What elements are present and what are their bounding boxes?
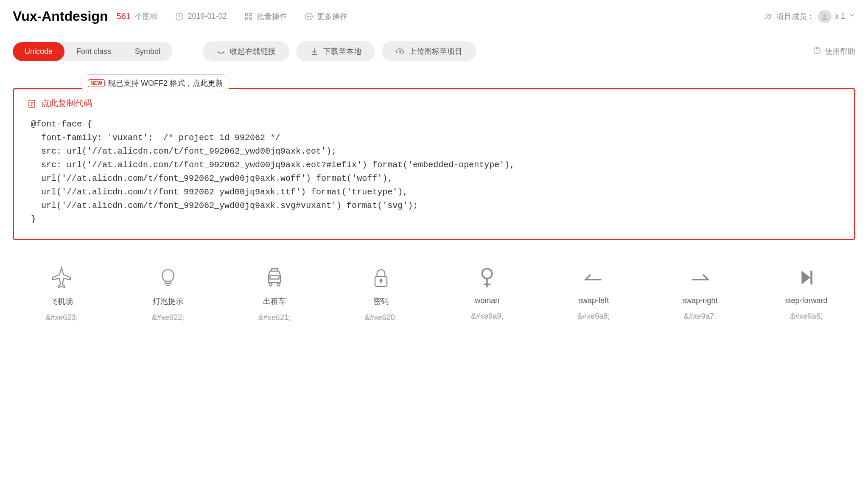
icon-item-lock[interactable]: 密码 &#xe620; [332, 266, 430, 322]
svg-point-21 [482, 269, 492, 278]
icon-code: &#xe620; [365, 313, 397, 322]
icon-code: &#xe622; [152, 313, 184, 322]
tab-fontclass[interactable]: Font class [64, 42, 123, 61]
eye-closed-icon [216, 47, 226, 56]
svg-rect-16 [270, 275, 279, 279]
help-link[interactable]: 使用帮助 [813, 46, 855, 57]
copy-icon [27, 98, 37, 109]
svg-rect-1 [245, 13, 248, 16]
icon-label: step-forward [785, 296, 828, 305]
tab-group: Unicode Font class Symbol [13, 42, 172, 61]
svg-point-6 [307, 16, 307, 17]
download-icon [310, 47, 319, 56]
cloud-upload-icon [395, 47, 405, 56]
icon-label: woman [475, 296, 499, 305]
svg-rect-22 [810, 271, 812, 285]
icon-code: &#xe9a6; [790, 312, 823, 321]
icon-label: 密码 [373, 296, 389, 306]
clock-icon [175, 12, 184, 21]
icon-item-bulb[interactable]: 灯泡提示 &#xe622; [119, 266, 217, 322]
more-icon [304, 12, 314, 21]
batch-action[interactable]: 批量操作 [244, 11, 287, 22]
download-button[interactable]: 下载至本地 [296, 41, 375, 62]
woff2-banner[interactable]: NEW 现已支持 WOFF2 格式，点此更新 [81, 74, 230, 92]
icon-label: swap-right [682, 296, 717, 305]
code-panel: 点此复制代码 @font-face { font-family: 'vuxant… [13, 88, 855, 240]
woman-icon [475, 266, 499, 289]
icon-grid: 飞机场 &#xe623; 灯泡提示 &#xe622; 出租车 &#xe621; … [13, 266, 855, 322]
icon-count-wrap: 561 个图标 [117, 11, 158, 22]
icon-label: 出租车 [263, 296, 286, 306]
icon-item-woman[interactable]: woman &#xe9a9; [438, 266, 536, 322]
icon-code: &#xe9a9; [471, 312, 503, 321]
svg-rect-3 [245, 17, 248, 20]
more-action[interactable]: 更多操作 [304, 11, 347, 22]
members[interactable]: 项目成员： x 1 [764, 10, 855, 23]
copy-code-link[interactable]: 点此复制代码 [27, 98, 841, 109]
svg-rect-4 [249, 17, 252, 20]
svg-point-7 [308, 16, 309, 17]
lock-icon [369, 266, 393, 289]
icon-code: &#xe9a7; [684, 312, 716, 321]
icon-label: swap-left [578, 296, 609, 305]
svg-point-8 [310, 16, 310, 17]
svg-point-18 [277, 283, 280, 286]
icon-item-swap-right[interactable]: swap-right &#xe9a7; [651, 266, 749, 322]
upload-button[interactable]: 上传图标至项目 [382, 41, 476, 62]
help-icon [813, 46, 821, 57]
date-display: 2019-01-02 [175, 12, 227, 21]
tab-unicode[interactable]: Unicode [13, 42, 64, 61]
swap-left-icon [582, 266, 605, 289]
controls-row: Unicode Font class Symbol 收起在线链接 下载至本地 上… [13, 41, 855, 62]
people-icon [764, 12, 773, 21]
taxi-icon [263, 266, 286, 289]
banner-wrap: NEW 现已支持 WOFF2 格式，点此更新 [81, 74, 855, 92]
swap-right-icon [688, 266, 712, 289]
icon-item-airport[interactable]: 飞机场 &#xe623; [13, 266, 111, 322]
icon-item-swap-left[interactable]: swap-left &#xe9a8; [545, 266, 643, 322]
icon-label: 飞机场 [50, 296, 73, 306]
svg-point-11 [823, 14, 826, 17]
tab-symbol[interactable]: Symbol [123, 42, 172, 61]
svg-point-20 [380, 280, 382, 282]
svg-point-14 [162, 269, 174, 281]
bulb-icon [156, 266, 180, 289]
svg-point-17 [269, 283, 272, 286]
collapse-button[interactable]: 收起在线链接 [203, 41, 289, 62]
icon-code: &#xe621; [258, 313, 291, 322]
svg-rect-2 [249, 13, 252, 16]
code-block[interactable]: @font-face { font-family: 'vuxant'; /* p… [27, 118, 841, 226]
icon-item-step-forward[interactable]: step-forward &#xe9a6; [757, 266, 855, 322]
icon-label: 灯泡提示 [153, 296, 183, 306]
icon-item-taxi[interactable]: 出租车 &#xe621; [226, 266, 324, 322]
airplane-icon [50, 266, 73, 289]
icon-count: 561 [117, 11, 131, 21]
chevron-down-icon [848, 12, 855, 21]
grid-icon [244, 12, 253, 21]
svg-point-9 [766, 14, 768, 16]
icon-code: &#xe623; [45, 313, 78, 322]
icon-count-label: 个图标 [135, 12, 158, 21]
svg-point-10 [769, 14, 771, 16]
page-header: Vux-Antdesign 561 个图标 2019-01-02 批量操作 更多… [13, 8, 855, 24]
avatar [818, 10, 832, 23]
project-title: Vux-Antdesign [13, 8, 108, 24]
step-forward-icon [795, 266, 818, 289]
icon-code: &#xe9a8; [577, 312, 610, 321]
new-badge: NEW [88, 79, 105, 87]
